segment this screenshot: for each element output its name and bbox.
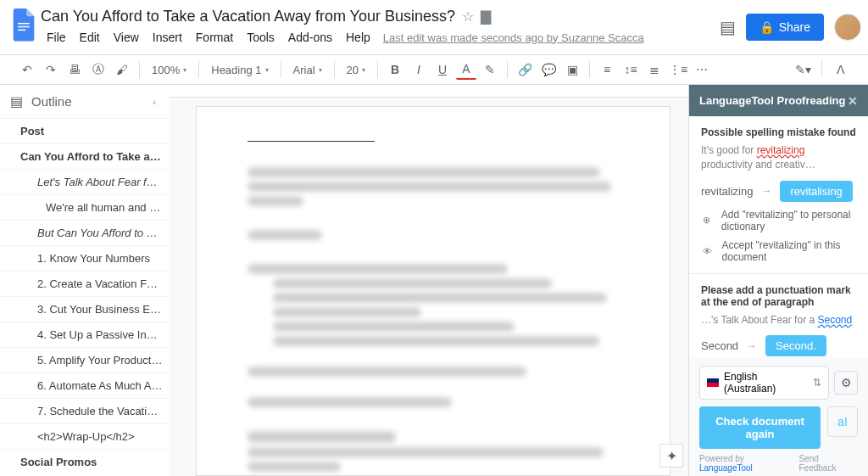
menu-format[interactable]: Format (190, 29, 239, 46)
lt-original-word: Second (701, 339, 738, 352)
docs-app-icon[interactable] (7, 7, 41, 42)
lt-suggestion-button[interactable]: revitalising (780, 181, 852, 202)
print-icon[interactable]: 🖶 (64, 59, 85, 80)
bold-icon[interactable]: B (385, 59, 405, 80)
outline-list: Post Can You Afford to Take a Vacation A… (0, 118, 170, 474)
hide-menus-icon[interactable]: ᐱ (831, 59, 851, 80)
hide-outline-icon[interactable]: ‹ (153, 97, 156, 107)
style-select[interactable]: Heading 1 (206, 59, 273, 80)
plus-icon: ⊕ (701, 213, 713, 228)
document-title[interactable]: Can You Afford to Take a Vacation Away f… (41, 8, 455, 25)
close-icon[interactable]: ✕ (848, 94, 858, 108)
svg-rect-2 (18, 30, 25, 31)
lt-issue-title: Please add a punctuation mark at the end… (701, 284, 856, 308)
outline-item[interactable]: Can You Afford to Take a Vacation Away f… (0, 143, 170, 169)
bulleted-list-icon[interactable]: ⋮≡ (668, 59, 688, 80)
menu-help[interactable]: Help (340, 29, 376, 46)
outline-item[interactable]: 5. Amplify Your Productivity ... (0, 347, 170, 372)
lt-issue-context: …'s Talk About Fear for a Second (701, 313, 856, 328)
outline-item[interactable]: Let's Talk About Fear for a Second (0, 169, 170, 194)
account-avatar[interactable] (834, 14, 861, 41)
powered-by-text: Powered by (699, 454, 744, 463)
menu-edit[interactable]: Edit (74, 29, 106, 46)
chevron-up-down-icon: ⇅ (813, 377, 821, 389)
horizontal-ruler[interactable] (170, 85, 688, 98)
move-folder-icon[interactable]: ▇ (481, 8, 491, 25)
spellcheck-icon[interactable]: Ⓐ (88, 59, 108, 80)
menu-addons[interactable]: Add-ons (282, 29, 338, 46)
italic-icon[interactable]: I (409, 59, 429, 80)
arrow-right-icon: → (747, 340, 757, 352)
font-size-select[interactable]: 20 (342, 59, 370, 80)
document-page[interactable] (196, 106, 670, 476)
line-spacing-icon[interactable]: ↕≡ (620, 59, 641, 80)
languagetool-link[interactable]: LanguageTool (699, 463, 753, 473)
menu-insert[interactable]: Insert (147, 29, 188, 46)
outline-item[interactable]: 7. Schedule the Vacation During... (0, 398, 170, 423)
menu-tools[interactable]: Tools (241, 29, 281, 46)
languagetool-panel: LanguageTool Proofreading ✕ Possible spe… (688, 85, 868, 476)
lt-check-again-button[interactable]: Check document again (699, 406, 821, 449)
more-icon[interactable]: ⋯ (692, 59, 712, 80)
numbered-list-icon[interactable]: ≣ (644, 59, 665, 80)
insert-comment-icon[interactable]: 💬 (538, 59, 559, 80)
svg-rect-0 (18, 23, 30, 25)
lt-issue-card: Possible spelling mistake found It's goo… (689, 116, 868, 274)
outline-icon: ▤ (10, 93, 23, 109)
share-button[interactable]: 🔒 Share (746, 14, 824, 41)
zoom-select[interactable]: 100% (147, 59, 192, 80)
lt-original-word: revitalizing (701, 185, 753, 198)
explore-button[interactable]: ✦ (659, 444, 683, 468)
gear-icon[interactable]: ⚙ (834, 371, 858, 395)
check-icon: 👁 (701, 244, 714, 259)
redo-icon[interactable]: ↷ (41, 59, 61, 80)
outline-title: Outline (31, 94, 144, 109)
insert-link-icon[interactable]: 🔗 (515, 59, 535, 80)
open-comments-icon[interactable]: ▤ (720, 17, 736, 37)
lt-issue-context: It's good for revitalizing productivity … (701, 143, 856, 172)
send-feedback-link[interactable]: Send Feedback (799, 454, 859, 473)
menu-view[interactable]: View (108, 29, 145, 46)
insert-image-icon[interactable]: ▣ (562, 59, 582, 80)
outline-item[interactable]: We're all human and we all know the pitf… (0, 194, 170, 220)
outline-item[interactable]: Social Promos (0, 449, 170, 474)
share-label: Share (779, 20, 810, 34)
lock-icon: 🔒 (760, 20, 774, 34)
outline-item[interactable]: 2. Create a Vacation Fund (0, 271, 170, 296)
lt-language-select[interactable]: English (Australian) ⇅ (699, 366, 829, 400)
align-icon[interactable]: ≡ (597, 59, 617, 80)
lt-issue-card: Please add a punctuation mark at the end… (689, 274, 868, 357)
lt-accept-document[interactable]: 👁 Accept "revitalizing" in this document (701, 239, 856, 263)
outline-item[interactable]: But Can You Afford to Take a Vacation? (0, 220, 170, 245)
outline-item[interactable]: <h2>Wrap-Up</h2> (0, 423, 170, 449)
arrow-right-icon: → (761, 185, 771, 197)
paint-format-icon[interactable]: 🖌 (112, 59, 132, 80)
menu-file[interactable]: File (41, 29, 72, 46)
outline-sidebar: ▤ Outline ‹ Post Can You Afford to Take … (0, 85, 170, 476)
lt-issue-title: Possible spelling mistake found (701, 126, 856, 138)
outline-item[interactable]: 6. Automate As Much As You ... (0, 372, 170, 398)
lt-suggestion-button[interactable]: Second. (765, 335, 826, 356)
lt-add-dictionary[interactable]: ⊕ Add "revitalizing" to personal diction… (701, 209, 856, 232)
svg-rect-1 (18, 26, 30, 28)
star-icon[interactable]: ☆ (462, 8, 474, 25)
last-edit-text[interactable]: Last edit was made seconds ago by Suzann… (383, 31, 644, 44)
outline-item[interactable]: 1. Know Your Numbers (0, 245, 170, 271)
flag-icon (707, 378, 719, 387)
lt-ai-icon[interactable]: aI (827, 406, 858, 437)
font-select[interactable]: Arial (288, 59, 327, 80)
undo-icon[interactable]: ↶ (17, 59, 37, 80)
outline-item[interactable]: 3. Cut Your Business Expenses (0, 296, 170, 322)
highlight-icon[interactable]: ✎ (480, 59, 500, 80)
outline-item[interactable]: Post (0, 118, 170, 143)
text-color-icon[interactable]: A (456, 59, 476, 80)
editing-mode-icon[interactable]: ✎▾ (793, 59, 813, 80)
outline-item[interactable]: 4. Set Up a Passive Income Stream (0, 322, 170, 347)
lt-title: LanguageTool Proofreading (699, 94, 845, 107)
underline-icon[interactable]: U (432, 59, 453, 80)
